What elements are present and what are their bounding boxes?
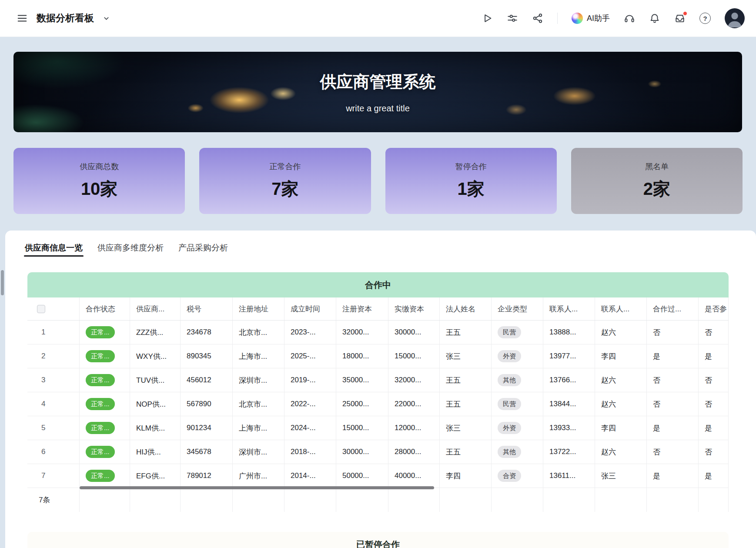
table-row[interactable]: 1正常...ZZZ供...234678北京市...2023-...32000..… bbox=[27, 321, 729, 344]
play-present-icon[interactable] bbox=[482, 13, 493, 24]
notifications-bell-icon[interactable] bbox=[649, 13, 660, 24]
column-header[interactable]: 实缴资本 bbox=[388, 297, 440, 320]
topbar: 数据分析看板 AI助手 ? bbox=[0, 0, 756, 37]
tab-supplier-analysis[interactable]: 供应商多维度分析 bbox=[97, 236, 164, 257]
contact-name-cell: 李四 bbox=[595, 344, 647, 368]
column-header[interactable]: 注册资本 bbox=[336, 297, 388, 320]
coop-header-row: 合作状态供应商...税号注册地址成立时间注册资本实缴资本法人姓名企业类型联系人.… bbox=[27, 297, 729, 321]
legal-person-cell: 王五 bbox=[440, 392, 492, 416]
company-type-badge: 民营 bbox=[498, 398, 521, 410]
column-header[interactable]: 合作过... bbox=[647, 297, 699, 320]
column-header[interactable]: 税号 bbox=[181, 297, 233, 320]
table-footer-row: 7条 bbox=[27, 488, 729, 512]
stat-card-total-suppliers[interactable]: 供应商总数 10家 bbox=[13, 148, 185, 214]
contact-phone-cell: 13933... bbox=[543, 416, 595, 440]
participates-cell: 是 bbox=[699, 464, 729, 488]
stat-card-paused-cooperation[interactable]: 暂停合作 1家 bbox=[385, 148, 557, 214]
stat-label: 黑名单 bbox=[645, 161, 669, 172]
table-row[interactable]: 3正常...TUV供...456012深圳市...2019-...35000..… bbox=[27, 368, 729, 392]
footer-cell bbox=[543, 488, 595, 512]
tax-id-cell: 789012 bbox=[181, 464, 233, 488]
horizontal-scrollbar[interactable] bbox=[80, 486, 434, 489]
help-icon[interactable]: ? bbox=[699, 13, 711, 24]
footer-cell bbox=[647, 488, 699, 512]
footer-cell bbox=[336, 488, 388, 512]
user-avatar[interactable] bbox=[725, 8, 745, 28]
column-header[interactable]: 成立时间 bbox=[284, 297, 336, 320]
status-badge: 正常... bbox=[86, 350, 115, 362]
share-icon[interactable] bbox=[532, 13, 543, 24]
footer-cell bbox=[440, 488, 492, 512]
column-header[interactable]: 合作状态 bbox=[80, 297, 130, 320]
paid-capital-cell: 28000... bbox=[388, 440, 440, 464]
footer-cell bbox=[388, 488, 440, 512]
stat-card-blacklist[interactable]: 黑名单 2家 bbox=[571, 148, 743, 214]
headset-support-icon[interactable] bbox=[624, 13, 635, 24]
registered-capital-cell: 35000... bbox=[336, 368, 388, 392]
cooperated-cell: 是 bbox=[647, 344, 699, 368]
registered-capital-cell: 18000... bbox=[336, 344, 388, 368]
footer-cell bbox=[181, 488, 233, 512]
column-header[interactable]: 是否参 bbox=[699, 297, 729, 320]
tab-procurement-analysis[interactable]: 产品采购分析 bbox=[177, 236, 229, 257]
cooperation-status-cell: 正常... bbox=[80, 368, 130, 392]
address-cell: 上海市... bbox=[233, 416, 284, 440]
row-index: 2 bbox=[27, 344, 80, 368]
founded-cell: 2019-... bbox=[284, 368, 336, 392]
cooperated-cell: 否 bbox=[647, 440, 699, 464]
column-header[interactable]: 联系人... bbox=[595, 297, 647, 320]
company-type-cell: 合资 bbox=[492, 464, 543, 488]
company-type-cell: 其他 bbox=[492, 440, 543, 464]
cooperated-cell: 否 bbox=[647, 321, 699, 344]
contact-phone-cell: 13766... bbox=[543, 368, 595, 392]
tab-supplier-overview[interactable]: 供应商信息一览 bbox=[24, 236, 84, 257]
registered-capital-cell: 32000... bbox=[336, 321, 388, 344]
column-header[interactable]: 联系人... bbox=[543, 297, 595, 320]
table-row[interactable]: 7正常...EFG供...789012广州市...2014-...50000..… bbox=[27, 464, 729, 488]
column-header[interactable]: 企业类型 bbox=[492, 297, 543, 320]
vertical-scrollbar[interactable] bbox=[1, 270, 4, 295]
tab-bar: 供应商信息一览 供应商多维度分析 产品采购分析 bbox=[24, 236, 756, 257]
cooperation-status-cell: 正常... bbox=[80, 321, 130, 344]
table-row[interactable]: 5正常...KLM供...901234上海市...2024-...15000..… bbox=[27, 416, 729, 440]
legal-person-cell: 王五 bbox=[440, 368, 492, 392]
stat-label: 暂停合作 bbox=[455, 161, 487, 172]
supplier-cell: WXY供... bbox=[130, 344, 181, 368]
column-header[interactable]: 供应商... bbox=[130, 297, 181, 320]
company-type-badge: 民营 bbox=[498, 326, 521, 338]
table-row[interactable]: 6正常...HIJ供...345678深圳市...2018-...30000..… bbox=[27, 440, 729, 464]
tax-id-cell: 890345 bbox=[181, 344, 233, 368]
company-type-badge: 其他 bbox=[498, 374, 521, 386]
cooperation-status-cell: 正常... bbox=[80, 440, 130, 464]
hero-subtitle[interactable]: write a great title bbox=[346, 104, 410, 114]
table-row[interactable]: 4正常...NOP供...567890北京市...2022-...25000..… bbox=[27, 392, 729, 416]
select-all-checkbox[interactable] bbox=[37, 305, 45, 313]
topbar-right: AI助手 ? bbox=[482, 8, 745, 28]
participates-cell: 否 bbox=[699, 321, 729, 344]
address-cell: 上海市... bbox=[233, 344, 284, 368]
founded-cell: 2025-... bbox=[284, 344, 336, 368]
column-header[interactable]: 注册地址 bbox=[233, 297, 284, 320]
contact-phone-cell: 13888... bbox=[543, 321, 595, 344]
hamburger-menu-icon[interactable] bbox=[17, 13, 28, 24]
registered-capital-cell: 25000... bbox=[336, 392, 388, 416]
settings-sliders-icon[interactable] bbox=[507, 13, 518, 24]
notification-dot bbox=[683, 11, 687, 16]
inbox-icon[interactable] bbox=[674, 13, 686, 24]
record-count: 7条 bbox=[27, 488, 80, 512]
ai-assistant-button[interactable]: AI助手 bbox=[572, 13, 610, 24]
company-type-cell: 民营 bbox=[492, 321, 543, 344]
stat-card-normal-cooperation[interactable]: 正常合作 7家 bbox=[199, 148, 371, 214]
footer-cell bbox=[233, 488, 284, 512]
cooperation-status-cell: 正常... bbox=[80, 344, 130, 368]
cooperated-cell: 是 bbox=[647, 464, 699, 488]
tax-id-cell: 901234 bbox=[181, 416, 233, 440]
column-header[interactable]: 法人姓名 bbox=[440, 297, 492, 320]
paid-capital-cell: 30000... bbox=[388, 321, 440, 344]
contact-phone-cell: 13844... bbox=[543, 392, 595, 416]
contact-name-cell: 赵六 bbox=[595, 440, 647, 464]
table-row[interactable]: 2正常...WXY供...890345上海市...2025-...18000..… bbox=[27, 344, 729, 368]
ai-assistant-label: AI助手 bbox=[587, 13, 610, 23]
chevron-down-icon[interactable] bbox=[103, 15, 110, 22]
company-type-badge: 合资 bbox=[498, 470, 521, 482]
